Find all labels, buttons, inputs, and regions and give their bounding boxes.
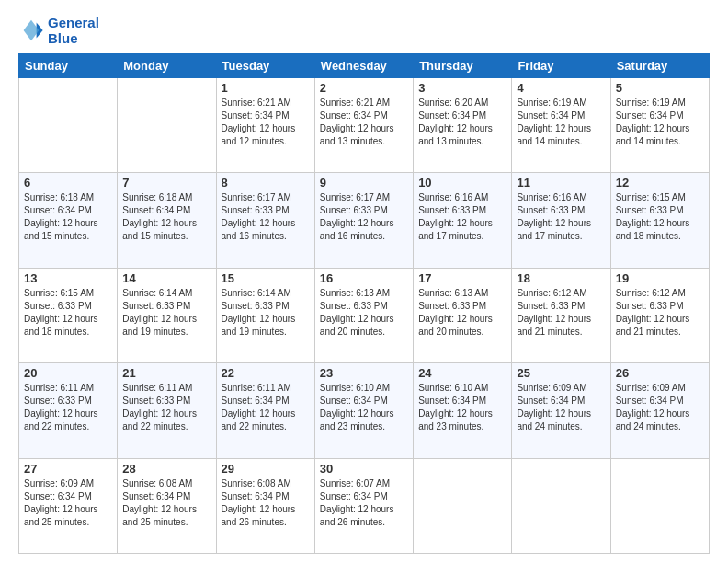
day-number: 30	[320, 462, 408, 476]
day-number: 15	[222, 271, 310, 285]
day-info: Sunrise: 6:17 AM Sunset: 6:33 PM Dayligh…	[222, 191, 310, 243]
day-number: 1	[222, 81, 310, 95]
week-row-1: 1Sunrise: 6:21 AM Sunset: 6:34 PM Daylig…	[19, 78, 710, 173]
day-cell: 2Sunrise: 6:21 AM Sunset: 6:34 PM Daylig…	[314, 78, 413, 173]
day-number: 27	[24, 462, 112, 476]
day-info: Sunrise: 6:18 AM Sunset: 6:34 PM Dayligh…	[122, 191, 210, 243]
day-number: 22	[222, 366, 310, 380]
page: General Blue SundayMondayTuesdayWednesda…	[0, 0, 728, 563]
week-row-2: 6Sunrise: 6:18 AM Sunset: 6:34 PM Daylig…	[19, 173, 710, 268]
col-header-tuesday: Tuesday	[216, 54, 314, 78]
day-number: 8	[222, 176, 310, 190]
day-number: 7	[122, 176, 210, 190]
day-info: Sunrise: 6:09 AM Sunset: 6:34 PM Dayligh…	[616, 382, 704, 433]
day-cell: 29Sunrise: 6:08 AM Sunset: 6:34 PM Dayli…	[216, 458, 314, 553]
day-info: Sunrise: 6:09 AM Sunset: 6:34 PM Dayligh…	[24, 477, 112, 529]
day-cell: 19Sunrise: 6:12 AM Sunset: 6:33 PM Dayli…	[610, 268, 709, 362]
week-row-5: 27Sunrise: 6:09 AM Sunset: 6:34 PM Dayli…	[19, 458, 710, 553]
day-info: Sunrise: 6:11 AM Sunset: 6:34 PM Dayligh…	[222, 382, 310, 433]
day-cell: 11Sunrise: 6:16 AM Sunset: 6:33 PM Dayli…	[512, 173, 610, 268]
day-cell: 1Sunrise: 6:21 AM Sunset: 6:34 PM Daylig…	[216, 78, 314, 173]
day-number: 26	[616, 366, 704, 380]
day-cell: 14Sunrise: 6:14 AM Sunset: 6:33 PM Dayli…	[118, 268, 216, 362]
day-info: Sunrise: 6:19 AM Sunset: 6:34 PM Dayligh…	[616, 97, 704, 148]
day-number: 11	[517, 176, 605, 190]
day-cell: 10Sunrise: 6:16 AM Sunset: 6:33 PM Dayli…	[414, 173, 512, 268]
day-cell: 20Sunrise: 6:11 AM Sunset: 6:33 PM Dayli…	[19, 363, 118, 458]
col-header-friday: Friday	[512, 54, 610, 78]
day-info: Sunrise: 6:14 AM Sunset: 6:33 PM Dayligh…	[122, 287, 210, 339]
day-info: Sunrise: 6:08 AM Sunset: 6:34 PM Dayligh…	[122, 477, 210, 529]
col-header-wednesday: Wednesday	[314, 54, 413, 78]
day-cell: 30Sunrise: 6:07 AM Sunset: 6:34 PM Dayli…	[314, 458, 413, 553]
calendar-header-row: SundayMondayTuesdayWednesdayThursdayFrid…	[19, 54, 710, 78]
calendar: SundayMondayTuesdayWednesdayThursdayFrid…	[18, 53, 710, 554]
day-info: Sunrise: 6:16 AM Sunset: 6:33 PM Dayligh…	[418, 191, 506, 243]
day-cell: 5Sunrise: 6:19 AM Sunset: 6:34 PM Daylig…	[610, 78, 709, 173]
day-number: 19	[616, 271, 704, 285]
day-number: 14	[122, 271, 210, 285]
header: General Blue	[18, 15, 710, 46]
col-header-thursday: Thursday	[414, 54, 512, 78]
day-cell	[610, 458, 709, 553]
day-cell: 6Sunrise: 6:18 AM Sunset: 6:34 PM Daylig…	[19, 173, 118, 268]
day-info: Sunrise: 6:10 AM Sunset: 6:34 PM Dayligh…	[418, 382, 506, 433]
day-cell: 3Sunrise: 6:20 AM Sunset: 6:34 PM Daylig…	[414, 78, 512, 173]
day-number: 23	[320, 366, 408, 380]
logo: General Blue	[18, 15, 99, 46]
day-cell: 13Sunrise: 6:15 AM Sunset: 6:33 PM Dayli…	[19, 268, 118, 362]
day-number: 24	[418, 366, 506, 380]
day-cell: 8Sunrise: 6:17 AM Sunset: 6:33 PM Daylig…	[216, 173, 314, 268]
day-cell: 23Sunrise: 6:10 AM Sunset: 6:34 PM Dayli…	[314, 363, 413, 458]
day-info: Sunrise: 6:11 AM Sunset: 6:33 PM Dayligh…	[24, 382, 112, 433]
day-cell: 26Sunrise: 6:09 AM Sunset: 6:34 PM Dayli…	[610, 363, 709, 458]
col-header-sunday: Sunday	[19, 54, 118, 78]
day-info: Sunrise: 6:12 AM Sunset: 6:33 PM Dayligh…	[517, 287, 605, 339]
day-cell: 18Sunrise: 6:12 AM Sunset: 6:33 PM Dayli…	[512, 268, 610, 362]
day-number: 25	[517, 366, 605, 380]
day-number: 21	[122, 366, 210, 380]
day-cell: 21Sunrise: 6:11 AM Sunset: 6:33 PM Dayli…	[118, 363, 216, 458]
day-info: Sunrise: 6:21 AM Sunset: 6:34 PM Dayligh…	[222, 97, 310, 148]
day-cell: 4Sunrise: 6:19 AM Sunset: 6:34 PM Daylig…	[512, 78, 610, 173]
day-cell	[512, 458, 610, 553]
day-cell	[19, 78, 118, 173]
day-info: Sunrise: 6:18 AM Sunset: 6:34 PM Dayligh…	[24, 191, 112, 243]
day-number: 10	[418, 176, 506, 190]
day-number: 28	[122, 462, 210, 476]
logo-icon	[18, 17, 44, 43]
day-number: 9	[320, 176, 408, 190]
day-info: Sunrise: 6:15 AM Sunset: 6:33 PM Dayligh…	[24, 287, 112, 339]
day-number: 20	[24, 366, 112, 380]
day-info: Sunrise: 6:12 AM Sunset: 6:33 PM Dayligh…	[616, 287, 704, 339]
col-header-saturday: Saturday	[610, 54, 709, 78]
day-number: 12	[616, 176, 704, 190]
day-number: 3	[418, 81, 506, 95]
day-cell: 28Sunrise: 6:08 AM Sunset: 6:34 PM Dayli…	[118, 458, 216, 553]
day-number: 13	[24, 271, 112, 285]
day-number: 4	[517, 81, 605, 95]
day-info: Sunrise: 6:10 AM Sunset: 6:34 PM Dayligh…	[320, 382, 408, 433]
week-row-4: 20Sunrise: 6:11 AM Sunset: 6:33 PM Dayli…	[19, 363, 710, 458]
day-number: 16	[320, 271, 408, 285]
day-info: Sunrise: 6:20 AM Sunset: 6:34 PM Dayligh…	[418, 97, 506, 148]
day-info: Sunrise: 6:13 AM Sunset: 6:33 PM Dayligh…	[418, 287, 506, 339]
day-cell: 27Sunrise: 6:09 AM Sunset: 6:34 PM Dayli…	[19, 458, 118, 553]
day-cell: 22Sunrise: 6:11 AM Sunset: 6:34 PM Dayli…	[216, 363, 314, 458]
day-cell: 7Sunrise: 6:18 AM Sunset: 6:34 PM Daylig…	[118, 173, 216, 268]
day-cell: 17Sunrise: 6:13 AM Sunset: 6:33 PM Dayli…	[414, 268, 512, 362]
day-number: 5	[616, 81, 704, 95]
day-info: Sunrise: 6:17 AM Sunset: 6:33 PM Dayligh…	[320, 191, 408, 243]
week-row-3: 13Sunrise: 6:15 AM Sunset: 6:33 PM Dayli…	[19, 268, 710, 362]
day-cell	[118, 78, 216, 173]
day-info: Sunrise: 6:19 AM Sunset: 6:34 PM Dayligh…	[517, 97, 605, 148]
logo-text: General Blue	[48, 15, 99, 46]
day-info: Sunrise: 6:08 AM Sunset: 6:34 PM Dayligh…	[222, 477, 310, 529]
day-number: 29	[222, 462, 310, 476]
day-cell: 12Sunrise: 6:15 AM Sunset: 6:33 PM Dayli…	[610, 173, 709, 268]
day-number: 17	[418, 271, 506, 285]
day-cell: 16Sunrise: 6:13 AM Sunset: 6:33 PM Dayli…	[314, 268, 413, 362]
day-cell	[414, 458, 512, 553]
day-info: Sunrise: 6:13 AM Sunset: 6:33 PM Dayligh…	[320, 287, 408, 339]
col-header-monday: Monday	[118, 54, 216, 78]
